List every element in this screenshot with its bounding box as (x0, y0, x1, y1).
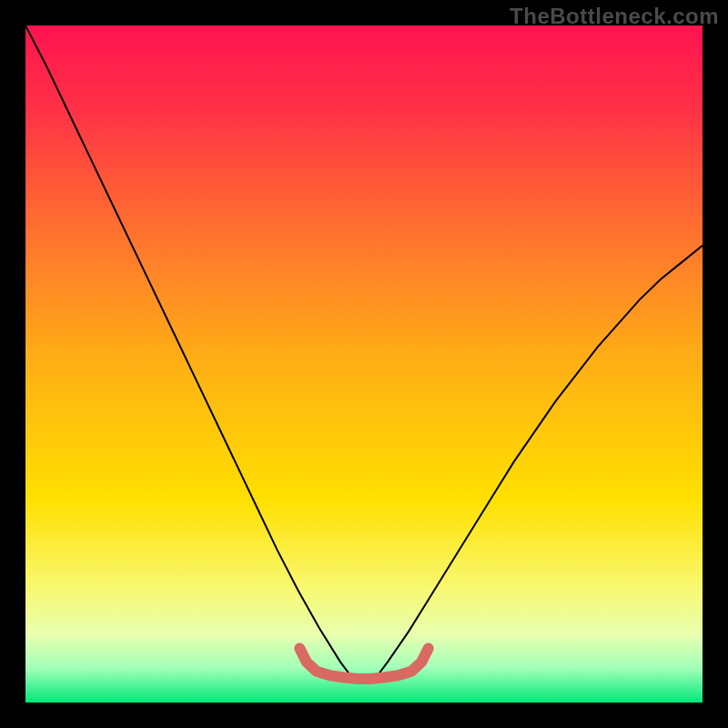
plot-area (25, 25, 703, 703)
chart-frame: TheBottleneck.com (0, 0, 728, 728)
chart-svg (25, 25, 703, 703)
watermark-label: TheBottleneck.com (510, 4, 719, 29)
gradient-background (25, 25, 703, 703)
